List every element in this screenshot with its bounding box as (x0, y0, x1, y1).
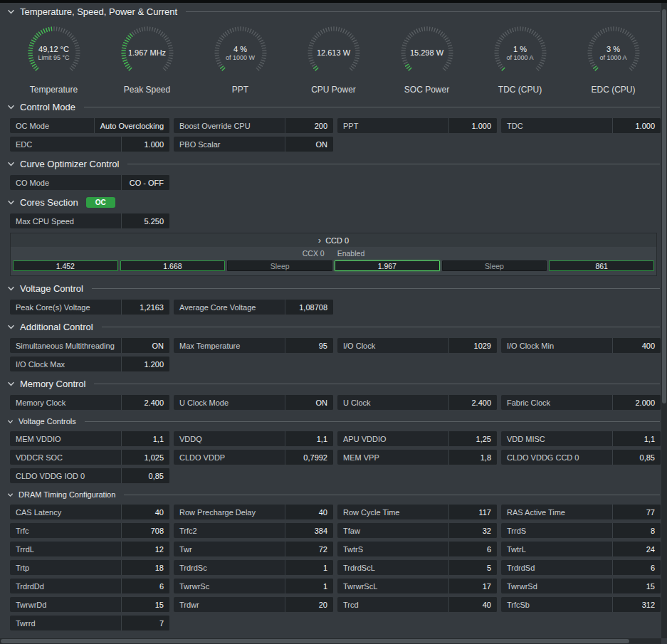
field-value[interactable]: 1,25 (448, 431, 497, 446)
field-row[interactable]: APU VDDIO 1,25 (337, 431, 497, 446)
core-cell[interactable]: 1.668 (120, 260, 226, 271)
field-row[interactable]: TrdrdSc 1 (174, 560, 333, 575)
field-row[interactable]: CO Mode CO - OFF (10, 175, 169, 190)
field-value[interactable]: 384 (285, 523, 333, 538)
field-value[interactable]: 2.400 (448, 395, 497, 410)
section-header-voltage-control[interactable]: Voltage Control (0, 282, 667, 295)
field-row[interactable]: TwtrS 6 (337, 542, 497, 556)
field-value[interactable]: 17 (448, 579, 497, 593)
chevron-down-icon[interactable] (7, 103, 15, 111)
chevron-down-icon[interactable] (7, 285, 15, 292)
field-row[interactable]: TwrwrSc 1 (174, 579, 333, 593)
field-row[interactable]: Trcd 40 (337, 597, 497, 612)
field-row[interactable]: Twr 72 (174, 542, 333, 556)
core-cell[interactable]: 1.452 (13, 260, 118, 271)
field-value[interactable]: 117 (448, 505, 497, 519)
core-cell[interactable]: 861 (549, 260, 654, 271)
chevron-down-icon[interactable] (7, 323, 15, 331)
section-header-curve-optimizer[interactable]: Curve Optimizer Control (0, 157, 667, 171)
chevron-down-icon[interactable] (7, 8, 15, 16)
field-row[interactable]: Trfc 708 (10, 523, 169, 538)
field-row[interactable]: TwrwrScL 17 (337, 579, 497, 593)
field-value[interactable]: 1,2163 (121, 300, 169, 315)
field-value[interactable]: 5.250 (121, 213, 169, 228)
field-row[interactable]: TwtrL 24 (501, 542, 661, 556)
field-value[interactable]: 40 (121, 505, 169, 519)
field-row[interactable]: OC Mode Auto Overclocking (10, 118, 169, 133)
field-row[interactable]: Twrrd 7 (10, 616, 169, 630)
field-value[interactable]: 18 (121, 560, 169, 575)
field-value[interactable]: Auto Overclocking (94, 118, 169, 133)
field-value[interactable]: 1 (285, 579, 333, 593)
core-cell[interactable]: 1.967 (335, 260, 440, 271)
section-header-cores[interactable]: Cores Section OC (0, 196, 667, 209)
field-row[interactable]: U Clock 2.400 (337, 395, 497, 410)
field-value[interactable]: 1.000 (448, 118, 497, 133)
field-row[interactable]: CLDO VDDG IOD 0 0,85 (10, 468, 169, 483)
core-cell[interactable]: Sleep (442, 260, 547, 271)
field-row[interactable]: Peak Core(s) Voltage 1,2163 (10, 300, 169, 315)
section-header-additional-control[interactable]: Additional Control (0, 320, 667, 334)
field-value[interactable]: 1,1 (612, 431, 661, 446)
section-header-telemetry[interactable]: Temperature, Speed, Power & Current (0, 5, 667, 19)
field-value[interactable]: 5 (448, 560, 497, 575)
field-value[interactable]: 6 (448, 542, 497, 556)
field-row[interactable]: VDDCR SOC 1,025 (10, 450, 169, 465)
field-value[interactable]: 1.000 (121, 137, 169, 152)
field-row[interactable]: VDDQ 1,1 (174, 431, 333, 446)
field-value[interactable]: 72 (285, 542, 333, 556)
field-row[interactable]: Memory Clock 2.400 (10, 395, 169, 410)
field-row[interactable]: TrfcSb 312 (501, 597, 661, 612)
chevron-down-icon[interactable] (7, 380, 15, 388)
field-row[interactable]: Trfc2 384 (174, 523, 333, 538)
field-row[interactable]: TrdrdScL 5 (337, 560, 497, 575)
field-value[interactable]: 312 (612, 597, 661, 612)
field-row[interactable]: U Clock Mode ON (174, 395, 333, 410)
chevron-down-icon[interactable] (7, 160, 15, 168)
field-value[interactable]: 8 (612, 523, 661, 538)
field-value[interactable]: 15 (612, 579, 661, 593)
field-row[interactable]: Simultaneous Multithreading ON (10, 338, 169, 353)
field-value[interactable]: 40 (285, 505, 333, 519)
section-header-control-mode[interactable]: Control Mode (0, 100, 667, 114)
field-value[interactable]: 77 (612, 505, 661, 519)
field-row[interactable]: I/O Clock 1029 (337, 338, 497, 353)
field-row[interactable]: Max CPU Speed 5.250 (10, 213, 169, 228)
field-row[interactable]: Max Temperature 95 (174, 338, 333, 353)
section-header-dram-timing[interactable]: DRAM Timing Configuration (0, 489, 667, 500)
field-row[interactable]: TDC 1.000 (501, 118, 661, 133)
field-value[interactable]: 1,025 (121, 450, 169, 465)
field-row[interactable]: TwrwrDd 15 (10, 597, 169, 612)
field-value[interactable]: 2.000 (612, 395, 661, 410)
field-row[interactable]: RAS Active Time 77 (501, 505, 661, 519)
field-value[interactable]: 1029 (448, 338, 497, 353)
core-cell[interactable]: Sleep (227, 260, 332, 271)
field-row[interactable]: Row Cycle Time 117 (337, 505, 497, 519)
field-value[interactable]: 708 (121, 523, 169, 538)
field-row[interactable]: PBO Scalar ON (174, 137, 333, 152)
field-value[interactable]: 400 (612, 338, 661, 353)
field-row[interactable]: EDC 1.000 (10, 137, 169, 152)
horizontal-scrollbar-thumb[interactable] (1, 639, 629, 643)
chevron-down-icon[interactable] (7, 492, 14, 498)
field-value[interactable]: 1.000 (612, 118, 661, 133)
field-value[interactable]: 95 (285, 338, 333, 353)
field-row[interactable]: TrdrdDd 6 (10, 579, 169, 593)
field-row[interactable]: CAS Latency 40 (10, 505, 169, 519)
field-row[interactable]: PPT 1.000 (337, 118, 497, 133)
field-row[interactable]: I/O Clock Min 400 (501, 338, 661, 353)
field-value[interactable]: 1 (285, 560, 333, 575)
field-value[interactable]: ON (121, 338, 169, 353)
field-row[interactable]: TrdrdSd 6 (501, 560, 661, 575)
field-value[interactable]: 1.200 (121, 357, 169, 371)
chevron-down-icon[interactable] (7, 199, 15, 206)
field-value[interactable]: 0,85 (612, 450, 661, 465)
field-row[interactable]: MEM VDDIO 1,1 (10, 431, 169, 446)
field-row[interactable]: VDD MISC 1,1 (501, 431, 661, 446)
field-value[interactable]: 20 (285, 597, 333, 612)
chevron-right-icon[interactable]: › (318, 236, 321, 245)
field-row[interactable]: TrrdS 8 (501, 523, 661, 538)
field-value[interactable]: 200 (285, 118, 333, 133)
field-value[interactable]: 15 (121, 597, 169, 612)
field-row[interactable]: Trtp 18 (10, 560, 169, 575)
